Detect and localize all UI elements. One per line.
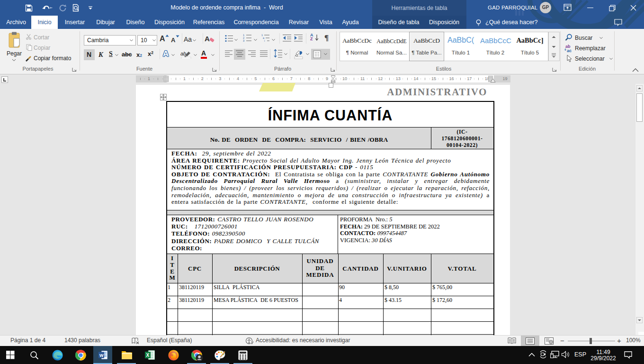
svg-text:W: W	[99, 353, 104, 358]
svg-text:i: i	[264, 39, 265, 42]
svg-text:ac: ac	[567, 48, 572, 53]
svg-text:X: X	[146, 353, 150, 358]
svg-text:3: 3	[243, 39, 244, 42]
